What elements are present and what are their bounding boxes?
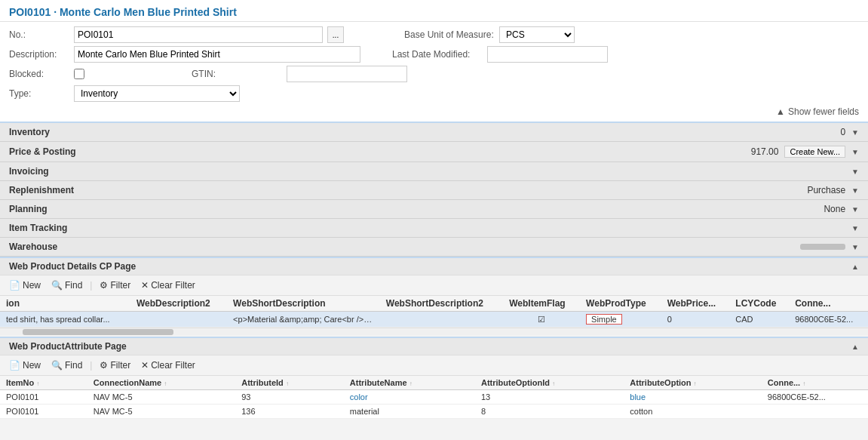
invoicing-right: ▼: [851, 168, 859, 176]
description-group: Description:: [9, 46, 360, 63]
invoicing-label: Invoicing: [9, 166, 49, 177]
no-group: No.: ...: [9, 26, 344, 43]
cell-itemno-2: POI0101: [0, 405, 69, 419]
web-attr-row-2[interactable]: POI0101 NAV MC-5 136 material 8 cotton: [0, 405, 868, 419]
base-uom-group: Base Unit of Measure: PCS: [404, 26, 575, 43]
cell-empty-2b: [217, 405, 235, 419]
col-webdesc2: WebDescription2: [130, 296, 227, 312]
warehouse-right: ▼: [800, 243, 859, 251]
cell-lcycode: CAD: [729, 312, 789, 328]
gtin-label: GTIN:: [192, 69, 282, 79]
find-icon: 🔍: [51, 280, 63, 291]
last-date-input[interactable]: [487, 46, 608, 63]
web-details-filter-button[interactable]: ⚙ Filter: [97, 278, 133, 292]
planning-chevron: ▼: [851, 205, 859, 214]
cell-empty-2d: [457, 405, 475, 419]
inventory-chevron: ▼: [851, 128, 859, 137]
create-new-button[interactable]: Create New...: [784, 146, 845, 158]
web-details-new-button[interactable]: 📄 New: [6, 278, 44, 292]
new-doc-icon: 📄: [9, 280, 20, 291]
col-conne: Conne...: [789, 296, 868, 312]
cell-empty-2a: [69, 405, 87, 419]
cell-connname-1: NAV MC-5: [87, 390, 217, 405]
type-select[interactable]: Inventory: [74, 85, 240, 102]
cell-attrname-2: material: [344, 405, 457, 419]
col-itemno: ItemNo ↑: [0, 376, 69, 390]
col-attropt: AttributeOption ↑: [624, 376, 743, 390]
web-details-scrollbar-thumb: [23, 329, 173, 335]
web-attr-find-button[interactable]: 🔍 Find: [48, 358, 85, 372]
web-attr-row-1[interactable]: POI0101 NAV MC-5 93 color 13 blue: [0, 390, 868, 405]
type-label: Type:: [9, 88, 69, 99]
base-uom-select[interactable]: PCS: [499, 26, 575, 43]
cell-attrid-2: 136: [235, 405, 325, 419]
no-ellipsis-button[interactable]: ...: [327, 26, 344, 43]
web-attr-new-button[interactable]: 📄 New: [6, 358, 44, 372]
web-product-details-chevron: ▲: [851, 263, 859, 271]
cell-conne-2: [762, 405, 868, 419]
web-attr-new-label: New: [23, 360, 41, 371]
replenishment-chevron: ▼: [851, 186, 859, 195]
cell-empty-1c: [326, 390, 344, 405]
inventory-section-header[interactable]: Inventory 0 ▼: [0, 123, 868, 142]
web-product-attribute-chevron: ▲: [851, 343, 859, 351]
item-tracking-label: Item Tracking: [9, 223, 67, 233]
col-webprice: WebPrice...: [661, 296, 730, 312]
chevron-up-icon: ▲: [776, 106, 785, 117]
replenishment-right: Purchase ▼: [807, 185, 859, 195]
warehouse-label: Warehouse: [9, 242, 57, 252]
price-posting-value: 917.00: [751, 146, 779, 157]
attr-clear-filter-icon: ✕: [141, 360, 149, 371]
replenishment-section-header[interactable]: Replenishment Purchase ▼: [0, 181, 868, 200]
blocked-checkbox[interactable]: [74, 69, 84, 79]
web-attr-clear-filter-button[interactable]: ✕ Clear Filter: [138, 358, 198, 372]
web-details-clear-filter-button[interactable]: ✕ Clear Filter: [138, 278, 198, 292]
cell-empty-1f: [744, 390, 762, 405]
warehouse-chevron: ▼: [851, 243, 859, 251]
col-webprodtype: WebProdType: [580, 296, 661, 312]
col-attrname-sort: [457, 376, 475, 390]
web-details-find-label: Find: [65, 280, 82, 291]
cell-webshortdesc: <p>Material &amp;amp; Care<br />C...: [227, 312, 380, 328]
no-input[interactable]: [74, 26, 323, 43]
web-details-find-button[interactable]: 🔍 Find: [48, 278, 85, 292]
col-attroptid: AttributeOptionId ↑: [475, 376, 606, 390]
web-attr-filter-label: Filter: [110, 360, 130, 371]
planning-section-header[interactable]: Planning None ▼: [0, 200, 868, 219]
description-input[interactable]: [74, 46, 360, 63]
web-product-details-section: Web Product Details CP Page ▲ 📄 New 🔍 Fi…: [0, 257, 868, 335]
item-tracking-section-header[interactable]: Item Tracking ▼: [0, 219, 868, 238]
col-webitemflag: WebItemFlag: [503, 296, 580, 312]
web-details-scrollbar[interactable]: [0, 328, 868, 335]
col-conne2: Conne... ↑: [762, 376, 868, 390]
web-attr-header-row: ItemNo ↑ ConnectionName ↑ AttributeId ↑ …: [0, 376, 868, 390]
web-product-details-header[interactable]: Web Product Details CP Page ▲: [0, 258, 868, 275]
web-product-attribute-table-wrapper: ItemNo ↑ ConnectionName ↑ AttributeId ↑ …: [0, 376, 868, 419]
cell-empty-1d: [457, 390, 475, 405]
show-fewer-btn[interactable]: ▲ Show fewer fields: [9, 105, 859, 118]
cell-webprodtype: Simple: [580, 312, 661, 328]
cell-itemno-1: POI0101: [0, 390, 69, 405]
cell-webshortdesc2: [380, 312, 503, 328]
web-product-attribute-label: Web ProductAttribute Page: [9, 341, 127, 352]
cell-empty-1a: [69, 390, 87, 405]
price-posting-section-header[interactable]: Price & Posting 917.00 Create New... ▼: [0, 142, 868, 162]
web-details-row[interactable]: ted shirt, has spread collar... <p>Mater…: [0, 312, 868, 328]
title-bar: POI0101 · Monte Carlo Men Blue Printed S…: [0, 0, 868, 22]
cell-attropt-2: cotton: [624, 405, 743, 419]
invoicing-section-header[interactable]: Invoicing ▼: [0, 162, 868, 181]
gtin-input[interactable]: [287, 66, 407, 82]
simple-badge: Simple: [586, 314, 622, 325]
web-attr-filter-button[interactable]: ⚙ Filter: [97, 358, 133, 372]
toolbar-sep-1: |: [90, 280, 92, 291]
last-date-label: Last Date Modified:: [392, 49, 483, 60]
col-attropt-sort: [744, 376, 762, 390]
web-product-attribute-header[interactable]: Web ProductAttribute Page ▲: [0, 338, 868, 355]
replenishment-label: Replenishment: [9, 185, 74, 195]
inventory-right: 0 ▼: [840, 127, 859, 137]
warehouse-section-header[interactable]: Warehouse ▼: [0, 238, 868, 257]
col-ion: ion: [0, 296, 130, 312]
web-product-details-table: ion WebDescription2 WebShortDescription …: [0, 296, 868, 328]
blocked-group: Blocked:: [9, 69, 84, 79]
web-details-header-row: ion WebDescription2 WebShortDescription …: [0, 296, 868, 312]
